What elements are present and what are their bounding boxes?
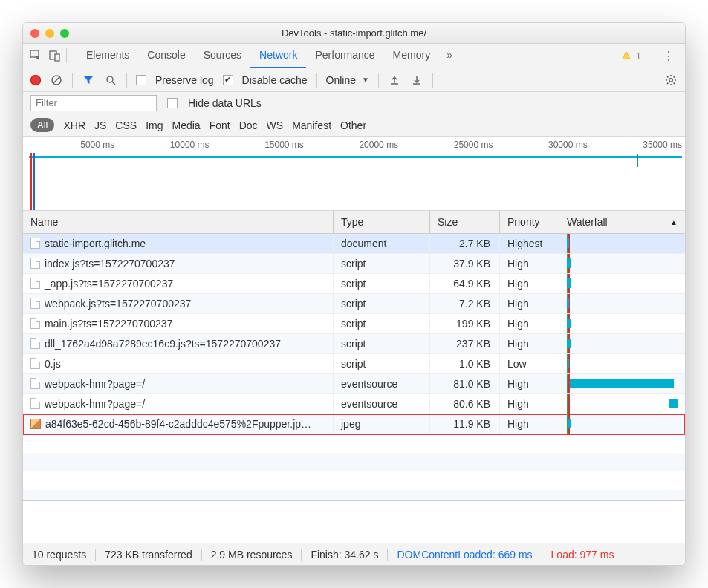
type-css[interactable]: CSS [115,120,137,131]
col-size[interactable]: Size [430,211,500,233]
cell-waterfall [559,294,685,313]
cell-size: 81.0 KB [430,374,500,393]
cell-type: script [334,294,430,313]
filter-icon[interactable] [82,74,95,87]
cell-size: 64.9 KB [430,274,500,293]
timeline-overview[interactable]: 5000 ms 10000 ms 15000 ms 20000 ms 25000… [23,137,685,211]
file-icon [30,278,40,289]
col-waterfall-label: Waterfall [567,216,608,228]
cell-waterfall [559,274,685,293]
table-row[interactable]: static-import.glitch.medocument2.7 KBHig… [23,234,685,254]
svg-line-6 [112,82,115,85]
cell-name: 0.js [23,354,334,373]
network-table: Name Type Size Priority Waterfall ▲ stat… [23,211,685,543]
more-options-icon[interactable]: ⋮ [658,49,679,63]
cell-type: script [334,354,430,373]
table-row[interactable]: webpack.js?ts=1572270700237script7.2 KBH… [23,294,685,314]
file-icon [30,238,40,249]
table-row[interactable]: a84f63e5-62cd-456b-89f4-c2adddc4e575%2Fp… [23,414,685,434]
upload-har-icon[interactable] [388,74,401,87]
type-media[interactable]: Media [172,120,201,131]
type-all[interactable]: All [30,118,54,132]
cell-type: script [334,254,430,273]
throttling-select[interactable]: Online ▼ [326,74,369,86]
tab-sources[interactable]: Sources [195,43,250,68]
table-row[interactable]: webpack-hmr?page=/eventsource80.6 KBHigh [23,394,685,414]
cell-name: webpack-hmr?page=/ [23,374,334,393]
cell-priority: Highest [500,234,559,253]
network-toolbar: Preserve log Disable cache Online ▼ [23,68,685,92]
type-manifest[interactable]: Manifest [292,120,331,131]
svg-rect-2 [55,54,59,61]
file-icon [30,338,40,349]
table-row[interactable]: webpack-hmr?page=/eventsource81.0 KBHigh [23,374,685,394]
cell-waterfall [559,414,685,434]
type-img[interactable]: Img [146,120,163,131]
waterfall-bar [567,318,571,328]
svg-rect-0 [30,50,39,57]
settings-icon[interactable] [664,74,678,87]
tab-network[interactable]: Network [250,43,306,68]
inspect-device-group [29,49,62,62]
col-priority[interactable]: Priority [500,211,559,233]
cell-type: script [334,274,430,293]
preserve-log-checkbox[interactable] [136,75,146,85]
status-load: Load: 977 ms [542,549,623,561]
record-button[interactable] [30,75,41,85]
warnings-indicator[interactable]: 1 [621,50,641,62]
table-header: Name Type Size Priority Waterfall ▲ [23,211,685,234]
file-icon [30,258,40,269]
timeline-load-marker [30,153,32,210]
col-name[interactable]: Name [23,211,334,233]
inspect-element-icon[interactable] [29,49,42,62]
tab-elements[interactable]: Elements [77,43,138,68]
disable-cache-checkbox[interactable] [223,75,233,85]
tab-performance[interactable]: Performance [306,43,383,68]
sort-asc-icon: ▲ [670,218,678,226]
table-row[interactable]: dll_1762a4d98a7289ec16c9.js?ts=157227070… [23,334,685,354]
table-row[interactable]: main.js?ts=1572270700237script199 KBHigh [23,314,685,334]
type-doc[interactable]: Doc [239,120,258,131]
type-other[interactable]: Other [340,120,366,131]
download-har-icon[interactable] [410,74,423,87]
cell-waterfall [559,334,685,353]
clear-icon[interactable] [50,74,63,87]
table-empty-space [23,434,685,501]
cell-priority: High [500,294,559,313]
cell-type: eventsource [334,374,430,393]
type-xhr[interactable]: XHR [63,120,85,131]
cell-size: 80.6 KB [430,394,500,414]
status-resources: 2.9 MB resources [202,549,302,561]
separator [66,48,67,63]
col-type[interactable]: Type [334,211,430,233]
separator [316,73,317,88]
type-font[interactable]: Font [210,120,230,131]
type-ws[interactable]: WS [267,120,284,131]
hide-data-urls-checkbox[interactable] [167,98,178,108]
devtools-tabs: Elements Console Sources Network Perform… [23,44,685,68]
table-row[interactable]: _app.js?ts=1572270700237script64.9 KBHig… [23,274,685,294]
separator [432,73,433,88]
type-js[interactable]: JS [94,120,106,131]
waterfall-bar [567,298,569,308]
file-name: dll_1762a4d98a7289ec16c9.js?ts=157227070… [45,338,281,350]
search-icon[interactable] [104,74,117,87]
toggle-device-icon[interactable] [48,49,62,62]
tabs-overflow-button[interactable]: » [439,43,460,68]
waterfall-bar [568,359,569,368]
tab-console[interactable]: Console [138,43,194,68]
status-requests: 10 requests [30,549,96,561]
file-name: _app.js?ts=1572270700237 [45,278,173,290]
tab-memory[interactable]: Memory [384,43,440,68]
table-row[interactable]: 0.jsscript1.0 KBLow [23,354,685,374]
timeline-tick: 20000 ms [307,140,401,150]
filter-bar: Hide data URLs [23,92,685,114]
file-name: webpack-hmr?page=/ [45,398,145,410]
cell-priority: High [500,334,559,353]
filter-input[interactable] [30,95,157,111]
cell-waterfall [559,354,685,373]
cell-name: webpack-hmr?page=/ [23,394,334,414]
timeline-tick: 5000 ms [23,140,117,150]
col-waterfall[interactable]: Waterfall ▲ [559,211,685,233]
table-row[interactable]: index.js?ts=1572270700237script37.9 KBHi… [23,254,685,274]
